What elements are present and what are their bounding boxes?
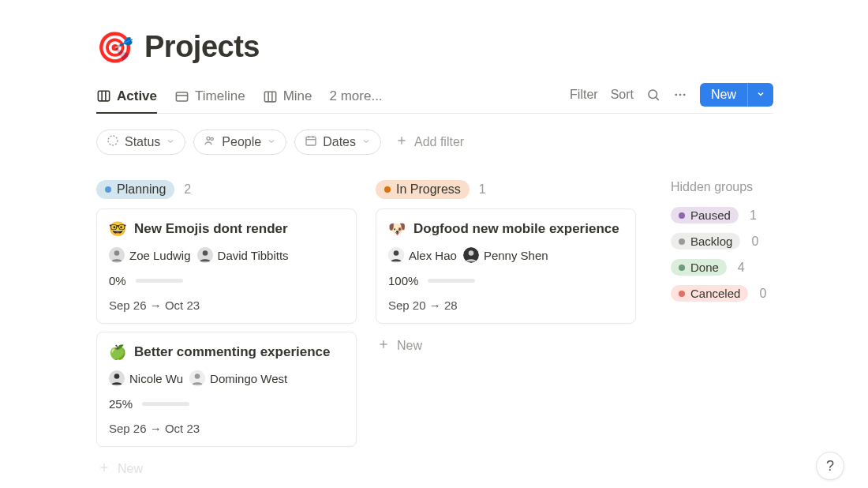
progress: 100% — [388, 274, 623, 287]
new-dropdown-button[interactable] — [747, 83, 773, 107]
more-icon[interactable] — [673, 88, 687, 102]
status-pill-paused[interactable]: Paused — [671, 207, 739, 223]
group-count: 1 — [750, 208, 757, 223]
svg-rect-5 — [264, 92, 275, 102]
progress-label: 100% — [388, 274, 418, 287]
assignee: Nicole Wu — [109, 370, 183, 386]
card-title: Dogfood new mobile experience — [413, 221, 619, 237]
add-card-label: New — [397, 339, 422, 353]
status-pill-backlog[interactable]: Backlog — [671, 233, 740, 250]
view-tabs: Active Timeline Mine 2 more... Filter So… — [96, 83, 773, 114]
tab-timeline[interactable]: Timeline — [174, 84, 245, 112]
status-label: Backlog — [690, 235, 732, 248]
status-dot — [679, 212, 685, 219]
page-title: 🎯 Projects — [96, 30, 773, 64]
assignee-name: Penny Shen — [484, 249, 548, 262]
filter-status[interactable]: Status — [96, 130, 185, 155]
avatar — [109, 370, 125, 386]
sort-button[interactable]: Sort — [611, 88, 634, 102]
svg-point-8 — [649, 90, 657, 99]
project-card[interactable]: 🍏 Better commenting experience Nicole Wu… — [96, 332, 357, 447]
svg-point-13 — [108, 136, 118, 145]
status-pill-done[interactable]: Done — [671, 259, 727, 276]
hidden-group-row: Done 4 — [671, 259, 766, 276]
add-card-label: New — [118, 462, 143, 476]
svg-point-12 — [683, 94, 686, 96]
column-planning: Planning 2 🤓 New Emojis dont render Zoe … — [96, 180, 357, 483]
assignee-name: Domingo West — [210, 372, 287, 385]
board-icon — [96, 88, 111, 103]
people-icon — [204, 134, 216, 150]
card-title: New Emojis dont render — [134, 221, 288, 237]
assignee-name: Nicole Wu — [129, 372, 183, 385]
status-dot — [679, 238, 685, 245]
svg-point-35 — [469, 250, 474, 256]
project-card[interactable]: 🤓 New Emojis dont render Zoe Ludwig Davi… — [96, 208, 357, 324]
svg-rect-3 — [176, 92, 187, 100]
assignee-name: Alex Hao — [409, 249, 457, 262]
svg-point-29 — [195, 374, 200, 379]
status-pill-in-progress[interactable]: In Progress — [376, 180, 470, 199]
status-label: In Progress — [396, 182, 461, 197]
status-label: Planning — [117, 182, 166, 197]
progress-bar — [428, 279, 475, 283]
svg-point-15 — [211, 137, 213, 140]
help-icon: ? — [826, 458, 834, 475]
group-count: 0 — [759, 287, 766, 301]
hidden-groups: Hidden groups Paused 1 Backlog 0 Done — [671, 180, 766, 311]
avatar — [197, 247, 213, 263]
hidden-group-row: Canceled 0 — [671, 285, 766, 302]
assignees: Nicole Wu Domingo West — [109, 370, 344, 386]
filter-people[interactable]: People — [193, 130, 286, 155]
svg-point-11 — [679, 94, 682, 96]
column-header: Planning 2 — [96, 180, 357, 199]
add-card-button[interactable]: New — [96, 455, 357, 483]
filter-dates[interactable]: Dates — [294, 130, 381, 155]
add-filter-button[interactable]: Add filter — [395, 134, 464, 150]
project-card[interactable]: 🐶 Dogfood new mobile experience Alex Hao… — [376, 208, 636, 324]
progress-label: 0% — [109, 274, 126, 287]
hidden-group-row: Backlog 0 — [671, 233, 766, 250]
add-card-button[interactable]: New — [376, 332, 636, 360]
avatar — [388, 247, 404, 263]
svg-point-14 — [207, 137, 210, 140]
status-dot — [105, 186, 111, 193]
column-in-progress: In Progress 1 🐶 Dogfood new mobile exper… — [376, 180, 636, 360]
progress: 25% — [109, 397, 344, 411]
board-icon — [263, 89, 278, 104]
status-pill-planning[interactable]: Planning — [96, 180, 174, 199]
svg-point-25 — [202, 250, 208, 256]
tab-label: 2 more... — [330, 88, 383, 104]
card-emoji: 🤓 — [109, 220, 126, 238]
svg-rect-16 — [306, 137, 316, 145]
assignee: Alex Hao — [388, 247, 457, 263]
new-button[interactable]: New — [700, 83, 747, 107]
status-dot — [679, 291, 685, 297]
svg-point-23 — [114, 250, 120, 256]
assignees: Alex Hao Penny Shen — [388, 247, 623, 263]
card-title: Better commenting experience — [134, 344, 330, 360]
hidden-group-row: Paused 1 — [671, 207, 766, 223]
plus-icon — [98, 461, 110, 477]
hidden-groups-title: Hidden groups — [671, 180, 766, 194]
tab-more[interactable]: 2 more... — [330, 84, 383, 112]
search-icon[interactable] — [646, 88, 660, 102]
filter-label: Dates — [323, 135, 356, 149]
tab-label: Mine — [283, 88, 312, 104]
add-filter-label: Add filter — [414, 135, 464, 149]
date-range: Sep 26 → Oct 23 — [109, 298, 344, 312]
tab-mine[interactable]: Mine — [263, 84, 312, 112]
column-count: 1 — [479, 182, 486, 197]
toolbar: Filter Sort New — [570, 83, 773, 113]
tab-active[interactable]: Active — [96, 84, 157, 114]
status-pill-canceled[interactable]: Canceled — [671, 285, 748, 302]
help-button[interactable]: ? — [816, 452, 844, 480]
filter-label: People — [222, 135, 261, 149]
svg-line-9 — [656, 97, 658, 99]
assignee: Domingo West — [189, 370, 287, 386]
filter-button[interactable]: Filter — [570, 88, 598, 102]
filter-label: Status — [125, 135, 160, 149]
board: Planning 2 🤓 New Emojis dont render Zoe … — [96, 180, 773, 483]
assignee: Zoe Ludwig — [109, 247, 191, 263]
date-range: Sep 26 → Oct 23 — [109, 422, 344, 435]
